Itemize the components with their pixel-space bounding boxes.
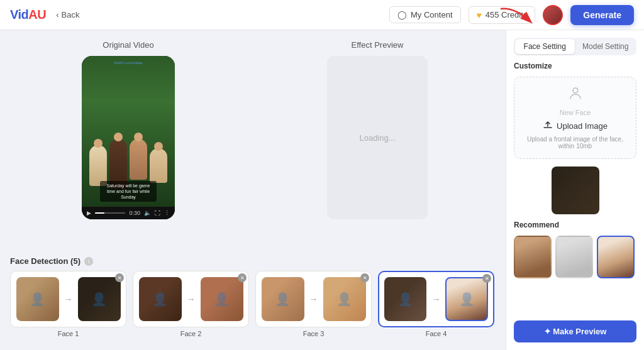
- face-detection-title: Face Detection (5): [10, 256, 80, 266]
- make-preview-button[interactable]: ✦ Make Preview: [514, 320, 636, 342]
- content-area: Original Video VidAU.com/vidau Saturday …: [0, 30, 506, 350]
- face-3-source: 👤: [262, 277, 304, 321]
- back-button[interactable]: ‹ Back: [56, 10, 79, 19]
- video-caption: Saturday will be game time and fun fair …: [100, 181, 157, 202]
- recommend-thumb-3[interactable]: [597, 236, 635, 278]
- face-3-label: Face 3: [303, 330, 325, 337]
- face-4-target: 👤: [445, 277, 488, 321]
- new-face-text: New Face: [560, 109, 591, 116]
- face-detection-section: Face Detection (5) i ✕ 👤 → 👤: [10, 256, 496, 340]
- recommend-thumb-1[interactable]: [514, 236, 552, 278]
- more-icon[interactable]: ⋮: [164, 210, 170, 216]
- tab-face-setting[interactable]: Face Setting: [515, 39, 575, 54]
- face-1-source: 👤: [16, 277, 59, 321]
- face-4-close[interactable]: ✕: [482, 274, 491, 283]
- video-watermark: VidAU.com/vidau: [114, 61, 143, 65]
- recommend-label: Recommend: [514, 221, 636, 229]
- tab-face-setting-label: Face Setting: [524, 42, 566, 51]
- video-controls[interactable]: ▶ 0:30 🔈 ⛶ ⋮: [82, 207, 175, 219]
- face-card-3[interactable]: ✕ 👤 → 👤: [255, 271, 372, 327]
- face-item-1: ✕ 👤 → 👤 Face 1: [10, 271, 126, 337]
- play-icon[interactable]: ▶: [87, 210, 91, 216]
- face-1-label: Face 1: [58, 330, 79, 337]
- customize-label: Customize: [514, 62, 636, 70]
- upload-button[interactable]: Upload Image: [543, 120, 608, 132]
- recommend-thumb-2[interactable]: [555, 236, 593, 278]
- face-card-2[interactable]: ✕ 👤 → 👤: [133, 271, 249, 327]
- person-icon: [568, 86, 583, 105]
- progress-fill: [95, 212, 104, 214]
- face-3-arrow: →: [309, 294, 318, 304]
- sidebar: Face Setting Model Setting Customize New…: [506, 30, 644, 350]
- header: VidAU ‹ Back ◯ My Content ♥ 455 Credits …: [0, 0, 644, 30]
- my-content-button[interactable]: ◯ My Content: [389, 6, 460, 23]
- logo: VidAU: [10, 8, 46, 22]
- face-2-arrow: →: [187, 294, 196, 304]
- face-4-source: 👤: [384, 277, 426, 321]
- face-4-label: Face 4: [426, 330, 447, 337]
- face-item-3: ✕ 👤 → 👤 Face 3: [255, 271, 372, 337]
- my-content-label: My Content: [411, 10, 452, 19]
- avatar[interactable]: [543, 5, 563, 25]
- chevron-left-icon: ‹: [56, 10, 58, 19]
- info-icon[interactable]: i: [84, 257, 93, 266]
- generate-button[interactable]: Generate: [570, 5, 634, 25]
- new-face-box[interactable]: New Face Upload Image Upload a frontal i…: [514, 77, 636, 159]
- face-2-source: 👤: [139, 277, 182, 321]
- avatar-image: [544, 6, 562, 24]
- original-video-title: Original Video: [103, 40, 153, 50]
- faces-scroll[interactable]: ✕ 👤 → 👤 Face 1 ✕: [10, 271, 496, 340]
- face-4-arrow: →: [431, 294, 440, 304]
- upload-label: Upload Image: [557, 121, 608, 131]
- tab-model-setting[interactable]: Model Setting: [576, 39, 636, 54]
- fullscreen-icon[interactable]: ⛶: [155, 210, 160, 216]
- face-item-4: ✕ 👤 → 👤 Face 4: [378, 271, 494, 337]
- credits-button[interactable]: ♥ 455 Credits: [469, 6, 536, 24]
- face-1-target: 👤: [78, 277, 121, 321]
- face-item-2: ✕ 👤 → 👤 Face 2: [133, 271, 249, 337]
- video-background: VidAU.com/vidau Saturday will be game ti…: [82, 56, 175, 207]
- loading-text: Loading...: [359, 133, 395, 143]
- silhouette-1: [89, 145, 107, 186]
- progress-bar[interactable]: [95, 212, 125, 214]
- face-1-arrow: →: [64, 294, 73, 304]
- clock-icon: ◯: [397, 10, 407, 19]
- face-3-target: 👤: [323, 277, 366, 321]
- main: Original Video VidAU.com/vidau Saturday …: [0, 30, 644, 350]
- volume-icon[interactable]: 🔈: [144, 210, 151, 216]
- header-right: ◯ My Content ♥ 455 Credits Generate: [389, 5, 634, 25]
- selected-face-thumbnail: [552, 167, 599, 214]
- original-video-panel: Original Video VidAU.com/vidau Saturday …: [10, 40, 247, 249]
- back-label: Back: [62, 10, 80, 19]
- time-display: 0:30: [129, 210, 140, 216]
- silhouette-3: [130, 139, 147, 180]
- effect-preview-box: Loading...: [327, 56, 428, 219]
- coin-icon: ♥: [477, 10, 482, 20]
- face-detection-header: Face Detection (5) i: [10, 256, 496, 266]
- tab-row: Face Setting Model Setting: [514, 38, 636, 55]
- face-2-close[interactable]: ✕: [238, 273, 247, 282]
- svg-point-0: [573, 88, 578, 93]
- face-2-label: Face 2: [180, 330, 202, 337]
- silhouette-4: [150, 148, 167, 183]
- effect-preview-panel: Effect Preview Loading...: [259, 40, 496, 249]
- recommend-row: [514, 236, 636, 278]
- upload-hint: Upload a frontal image of the face, with…: [521, 136, 630, 150]
- face-1-close[interactable]: ✕: [115, 273, 124, 282]
- generate-label: Generate: [583, 10, 621, 20]
- tab-model-setting-label: Model Setting: [582, 42, 628, 51]
- video-container[interactable]: VidAU.com/vidau Saturday will be game ti…: [82, 56, 175, 219]
- upload-icon: [543, 120, 553, 132]
- credits-label: 455 Credits: [486, 10, 527, 19]
- panels-row: Original Video VidAU.com/vidau Saturday …: [10, 40, 496, 249]
- face-card-1[interactable]: ✕ 👤 → 👤: [10, 271, 126, 327]
- face-2-target: 👤: [201, 277, 243, 321]
- face-card-4[interactable]: ✕ 👤 → 👤: [378, 271, 494, 327]
- effect-preview-title: Effect Preview: [352, 40, 404, 50]
- make-preview-label: ✦ Make Preview: [544, 327, 607, 336]
- face-3-close[interactable]: ✕: [360, 273, 369, 282]
